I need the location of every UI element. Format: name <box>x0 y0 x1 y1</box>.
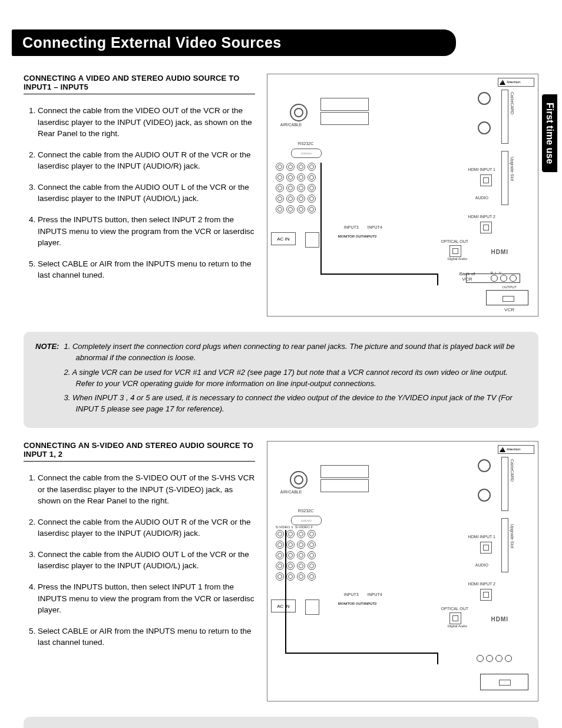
section-svideo: CONNECTING AN S-VIDEO AND STEREO AUDIO S… <box>24 441 538 701</box>
step: Connect the cable from the AUDIO OUT L o… <box>38 549 255 572</box>
step: Connect the cable from the VIDEO OUT of … <box>38 105 255 140</box>
section-video-stereo: CONNECTING A VIDEO AND STEREO AUDIO SOUR… <box>24 74 538 321</box>
steps-list-2: Connect the cable from the S-VIDEO OUT o… <box>24 472 255 648</box>
sub-heading-2: CONNECTING AN S-VIDEO AND STEREO AUDIO S… <box>24 441 255 462</box>
note-item: 1. Completely insert the connection cord… <box>64 341 527 364</box>
step: Connect the cable from the S-VIDEO OUT o… <box>38 472 255 507</box>
page-title: Connecting External Video Sources <box>12 29 456 56</box>
manual-page: First time use Connecting External Video… <box>0 0 562 728</box>
page-content: CONNECTING A VIDEO AND STEREO AUDIO SOUR… <box>24 74 538 728</box>
rear-panel-diagram-2: Attention AIR/CABLE RS232C ○○○○○ <box>267 441 538 701</box>
step: Connect the cable from the AUDIO OUT R o… <box>38 516 255 539</box>
step: Press the INPUTS button, then select INP… <box>38 581 255 616</box>
steps-list-1: Connect the cable from the VIDEO OUT of … <box>24 105 255 281</box>
note-label: NOTE: <box>35 341 59 419</box>
note-item: 2. A single VCR can be used for VCR #1 a… <box>64 367 527 390</box>
note-list: 1. Completely insert the connection cord… <box>64 341 527 415</box>
step: Select CABLE or AIR from the INPUTS menu… <box>38 625 255 648</box>
section-tab: First time use <box>542 94 557 172</box>
sub-heading-1: CONNECTING A VIDEO AND STEREO AUDIO SOUR… <box>24 74 255 94</box>
rear-panel-diagram-1: Attention AIR/CABLE RS232C ○○○○○ <box>267 74 538 317</box>
note-box-2: NOTE: 1. Completely insert the connectio… <box>24 717 538 728</box>
note-box-1: NOTE: 1. Completely insert the connectio… <box>24 332 538 428</box>
step: Press the INPUTS button, then select INP… <box>38 214 255 249</box>
note-item: 3. When INPUT 3 , 4 or 5 are used, it is… <box>64 393 527 415</box>
step: Connect the cable from the AUDIO OUT R o… <box>38 149 255 172</box>
step: Select CABLE or AIR from the INPUTS menu… <box>38 258 255 281</box>
step: Connect the cable from the AUDIO OUT L o… <box>38 182 255 205</box>
